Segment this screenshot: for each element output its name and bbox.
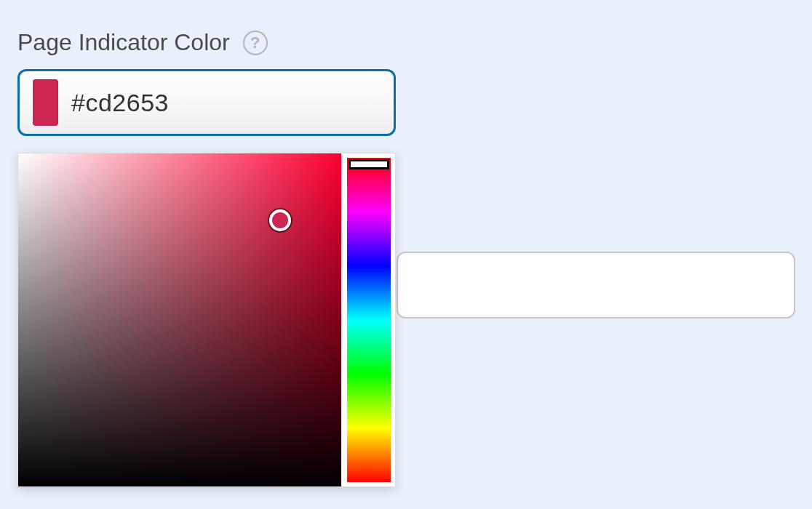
saturation-area[interactable] [18,153,341,486]
field-label: Page Indicator Color [17,29,230,56]
color-input-trigger[interactable] [17,69,396,136]
secondary-input[interactable] [397,252,795,318]
hue-cursor [349,159,389,169]
field-label-row: Page Indicator Color ? [17,29,795,56]
color-swatch-preview [33,79,58,126]
hue-slider[interactable] [347,158,391,482]
color-hex-input[interactable] [71,89,381,117]
saturation-black-overlay [18,153,341,486]
color-picker-panel [17,153,396,487]
help-icon[interactable]: ? [243,31,268,55]
